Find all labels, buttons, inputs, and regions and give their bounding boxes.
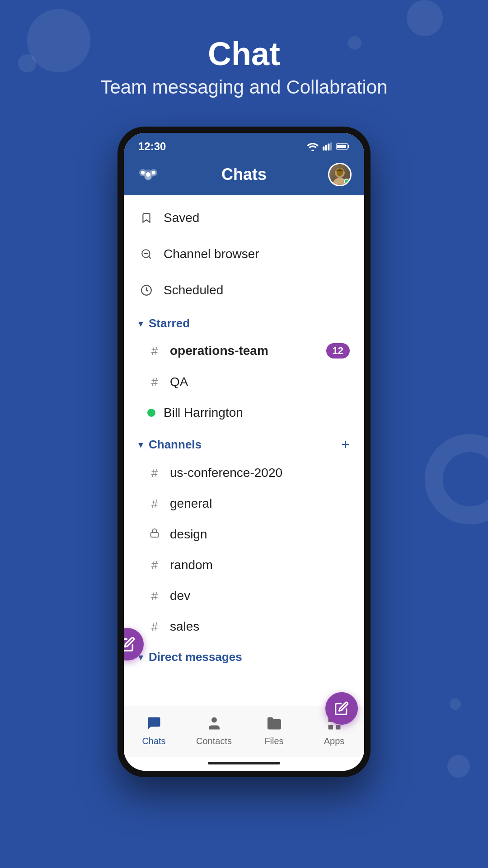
channel-dev[interactable]: # dev [124,580,364,611]
direct-messages-section-header[interactable]: ▾ Direct messages [124,642,364,669]
svg-point-13 [152,171,155,175]
chat-list: Saved Channel browser [124,195,364,673]
starred-section-header[interactable]: ▾ Starred [124,308,364,335]
lock-icon-design [147,528,162,541]
status-icons [306,142,350,151]
channel-general[interactable]: # general [124,488,364,519]
status-time: 12:30 [138,140,166,153]
status-bar: 12:30 [124,133,364,157]
channel-sales[interactable]: # sales [124,611,364,642]
chat-nav-icon [144,713,164,733]
hash-icon-general: # [147,497,162,511]
app-title: Chats [221,165,267,184]
starred-chevron-icon: ▾ [138,318,143,330]
wifi-icon [306,142,319,151]
svg-line-19 [149,256,151,259]
starred-bill-harrington[interactable]: Bill Harrington [124,397,364,428]
channel-random[interactable]: # random [124,550,364,580]
hash-icon-sales: # [147,620,162,634]
operations-badge: 12 [326,343,350,359]
app-logo-icon[interactable] [136,163,160,186]
phone-mockup: 12:30 [117,127,371,777]
battery-icon [336,142,350,151]
contacts-nav-icon [204,713,224,733]
svg-rect-1 [325,145,327,151]
hash-icon-us-conference: # [147,466,162,480]
starred-qa[interactable]: # QA [124,367,364,397]
scheduled-item[interactable]: Scheduled [124,272,364,308]
signal-icon [323,142,333,151]
svg-rect-0 [323,146,324,151]
bg-decoration-6 [450,698,461,710]
svg-point-12 [141,171,145,175]
channel-browser-icon [138,246,155,262]
svg-rect-22 [151,533,159,537]
app-header: Chats [124,157,364,195]
hero-title: Chat [0,36,488,72]
hash-icon-qa: # [147,375,162,389]
user-avatar[interactable] [328,163,352,186]
nav-chats[interactable]: Chats [124,713,184,746]
sales-label: sales [170,619,199,634]
operations-team-label: operations-team [170,344,268,358]
dev-label: dev [170,589,190,603]
svg-rect-26 [328,725,333,730]
dm-section-label: Direct messages [149,650,242,664]
files-nav-label: Files [264,736,283,746]
bg-decoration-5 [447,755,470,778]
svg-rect-5 [348,145,349,148]
channels-chevron-icon: ▾ [138,439,143,451]
us-conference-label: us-conference-2020 [170,466,282,480]
hash-icon-dev: # [147,589,162,603]
channel-browser-item[interactable]: Channel browser [124,236,364,272]
qa-label: QA [170,375,188,389]
files-nav-icon [264,713,284,733]
hash-icon-operations: # [147,344,162,358]
general-label: general [170,496,212,511]
saved-item[interactable]: Saved [124,200,364,236]
bookmark-icon [138,210,155,226]
svg-rect-2 [328,143,329,150]
svg-point-11 [146,172,150,177]
starred-section-label: Starred [149,316,190,330]
channel-design[interactable]: design [124,519,364,550]
hero-subtitle: Team messaging and Collabration [0,76,488,98]
svg-point-23 [211,717,217,723]
bg-decoration-arc [425,434,488,524]
starred-operations-team[interactable]: # operations-team 12 [124,335,364,367]
scheduled-label: Scheduled [164,283,223,297]
random-label: random [170,558,213,572]
bill-harrington-label: Bill Harrington [164,406,243,420]
phone-frame: 12:30 [117,127,371,777]
hash-icon-random: # [147,558,162,572]
add-channel-button[interactable]: + [341,436,350,453]
design-label: design [170,527,207,542]
channels-section-header[interactable]: ▾ Channels + [124,428,364,458]
channels-section-label: Channels [149,438,202,452]
compose-pencil-icon [334,701,349,716]
svg-rect-6 [337,145,346,148]
nav-files[interactable]: Files [244,713,304,746]
online-status-dot [147,409,155,417]
home-indicator [124,757,364,771]
svg-rect-3 [330,142,332,151]
saved-label: Saved [164,211,199,225]
svg-rect-27 [336,725,341,730]
phone-screen: 12:30 [124,133,364,771]
clock-icon [138,282,155,298]
home-bar [208,762,280,764]
compose-icon [124,637,135,652]
channel-browser-label: Channel browser [164,247,259,261]
avatar-online-dot [344,179,349,184]
hero-section: Chat Team messaging and Collabration [0,0,488,116]
contacts-nav-label: Contacts [196,736,232,746]
nav-contacts[interactable]: Contacts [184,713,244,746]
chats-nav-label: Chats [142,736,165,746]
compose-fab-button-overlay[interactable] [325,692,358,725]
apps-nav-label: Apps [324,736,345,746]
channel-us-conference[interactable]: # us-conference-2020 [124,458,364,488]
